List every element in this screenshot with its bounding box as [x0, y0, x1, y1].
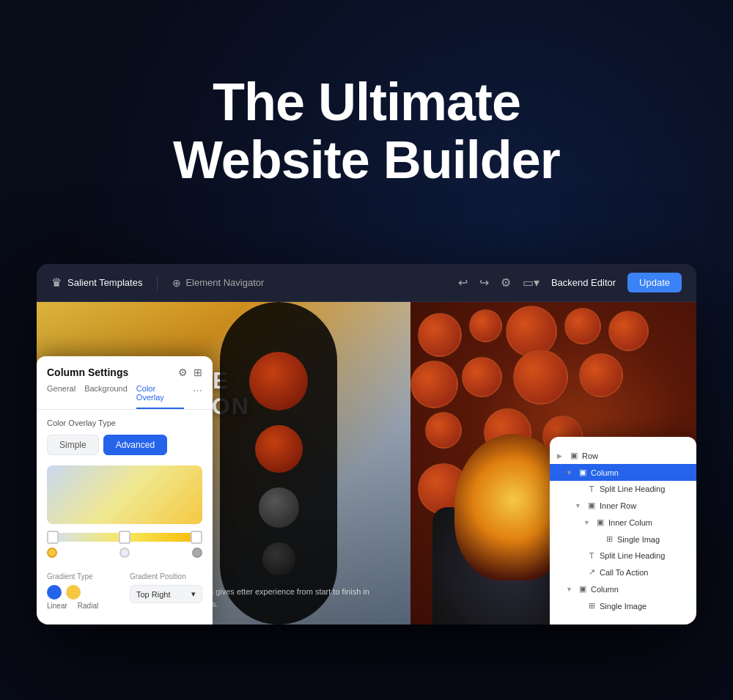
topbar: ♛ Salient Templates ⊕ Element Navigator … [37, 264, 696, 302]
nav-expand-col: ▼ [566, 469, 575, 476]
separator [157, 276, 158, 290]
gradient-color-buttons [47, 585, 119, 600]
gradient-type-labels: Linear Radial [47, 602, 119, 610]
panel-icons: ⚙ ⊞ [178, 366, 202, 378]
redo-icon[interactable]: ↪ [479, 276, 489, 290]
type-buttons: Simple Advanced [47, 435, 202, 455]
hero-title: The Ultimate Website Builder [110, 73, 623, 189]
moon-medium [255, 425, 303, 473]
column-settings-panel: Column Settings ⚙ ⊞ General Background C… [37, 356, 213, 625]
gradient-stop-right[interactable] [191, 531, 202, 544]
radial-label: Radial [78, 602, 98, 610]
main-ui-card: ♛ Salient Templates ⊕ Element Navigator … [37, 264, 696, 625]
hero-section: The Ultimate Website Builder [110, 73, 623, 189]
gradient-type-label: Gradient Type [47, 572, 119, 581]
tab-color-overlay[interactable]: Color Overlay [136, 384, 184, 409]
settings-tabs: General Background Color Overlay ··· [37, 384, 213, 410]
column-2-icon: ▣ [578, 584, 588, 594]
nav-column-2[interactable]: ▼ ▣ Column [550, 581, 696, 597]
panel-header: Column Settings ⚙ ⊞ [37, 356, 213, 384]
nav-inner-row[interactable]: ▼ ▣ Inner Row [550, 497, 696, 514]
column-icon: ▣ [578, 468, 588, 477]
gradient-handle-white[interactable] [119, 548, 130, 558]
gradient-pos-col: Gradient Position Top Right ▾ [130, 572, 202, 610]
settings-icon[interactable]: ⚙ [501, 276, 511, 290]
overlay-type-label: Color Overlay Type [47, 419, 202, 427]
moon-column [220, 302, 337, 625]
undo-icon[interactable]: ↩ [458, 276, 468, 290]
gradient-pos-label: Gradient Position [130, 572, 202, 581]
nav-single-image-2[interactable]: ⊞ Single Image [550, 597, 696, 614]
logo-label: Salient Templates [67, 277, 142, 288]
nav-split-line-heading-2[interactable]: T Split Line Heading [550, 548, 696, 564]
gradient-settings-row: Gradient Type Linear Radial Gradient Pos… [47, 572, 202, 610]
text-icon: T [586, 485, 597, 493]
preview-icon[interactable]: ▭▾ [523, 276, 539, 290]
tab-general[interactable]: General [47, 384, 75, 409]
gradient-handle-yellow[interactable] [47, 548, 57, 558]
expand-icon[interactable]: ⊞ [194, 366, 202, 378]
row-icon: ▣ [569, 451, 579, 460]
nav-label: Element Navigator [185, 277, 264, 288]
layers-icon: ⊕ [172, 277, 181, 289]
simple-btn[interactable]: Simple [47, 435, 99, 455]
gradient-bar-container [47, 533, 202, 558]
moon-large [249, 352, 308, 410]
linear-color-dot[interactable] [47, 585, 62, 600]
nav-single-image[interactable]: ⊞ Single Imag [550, 531, 696, 548]
nav-column[interactable]: ▼ ▣ Column [550, 464, 696, 481]
nav-row[interactable]: ▶ ▣ Row [550, 447, 696, 464]
panel-title: Column Settings [47, 366, 128, 378]
crown-icon: ♛ [51, 276, 62, 290]
more-options-icon[interactable]: ··· [193, 384, 202, 409]
radial-color-dot[interactable] [66, 585, 81, 600]
panel-body: Color Overlay Type Simple Advanced [37, 419, 213, 610]
moon-dark [259, 487, 299, 528]
update-button[interactable]: Update [627, 273, 682, 292]
image-icon: ⊞ [604, 534, 614, 544]
gradient-bar[interactable] [47, 533, 202, 542]
linear-label: Linear [47, 602, 67, 610]
nav-split-line-heading[interactable]: T Split Line Heading [550, 481, 696, 497]
text-icon-2: T [586, 551, 597, 560]
topbar-actions: ↩ ↪ ⚙ ▭▾ Backend Editor Update [458, 273, 682, 292]
gradient-pos-value: Top Right [136, 590, 170, 599]
nav-call-to-action[interactable]: ↗ Call To Action [550, 564, 696, 581]
inner-col-icon: ▣ [595, 517, 605, 527]
tab-background[interactable]: Background [84, 384, 128, 409]
gradient-handles [47, 548, 202, 558]
advanced-btn[interactable]: Advanced [103, 435, 167, 455]
gradient-type-col: Gradient Type Linear Radial [47, 572, 119, 610]
nav-inner-column[interactable]: ▼ ▣ Inner Colum [550, 514, 696, 531]
salient-templates-logo[interactable]: ♛ Salient Templates [51, 276, 142, 290]
gradient-stop-mid[interactable] [119, 531, 130, 544]
settings-cog-icon[interactable]: ⚙ [178, 366, 188, 378]
element-navigator-panel: ▶ ▣ Row ▼ ▣ Column T Split Line Heading … [550, 437, 696, 625]
nav-expand-row: ▶ [557, 452, 566, 460]
gradient-stop-left[interactable] [47, 531, 59, 544]
chevron-down-icon: ▾ [191, 589, 196, 599]
moon-small [262, 542, 295, 575]
gradient-pos-select[interactable]: Top Right ▾ [130, 585, 202, 603]
inner-row-icon: ▣ [586, 501, 597, 510]
element-navigator[interactable]: ⊕ Element Navigator [172, 277, 264, 289]
gradient-handle-gray[interactable] [192, 548, 202, 558]
cta-icon: ↗ [586, 567, 597, 577]
backend-editor-btn[interactable]: Backend Editor [551, 277, 616, 288]
canvas-area: DEEP SPACE EXPLORATION successful busine… [37, 302, 696, 625]
gradient-preview [47, 465, 202, 524]
image-icon-2: ⊞ [586, 601, 597, 611]
